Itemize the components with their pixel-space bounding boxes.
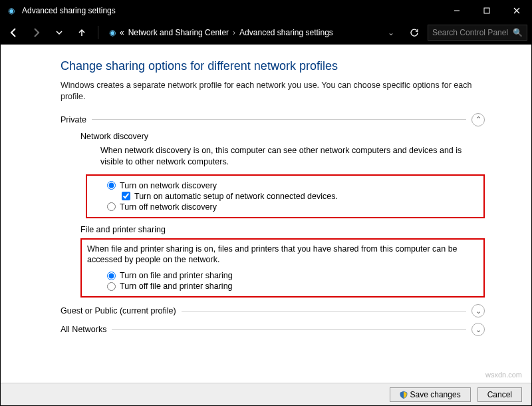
radio-fp-on-label: Turn on file and printer sharing — [120, 271, 233, 280]
radio-nd-on[interactable]: Turn on network discovery — [107, 181, 478, 190]
network-discovery-options: Turn on network discovery Turn on automa… — [86, 174, 485, 218]
section-guest-header[interactable]: Guest or Public (current profile) ⌄ — [61, 304, 485, 317]
radio-fp-off-label: Turn off file and printer sharing — [120, 282, 233, 291]
radio-fp-off[interactable]: Turn off file and printer sharing — [107, 282, 478, 291]
cancel-label: Cancel — [487, 390, 512, 399]
svg-rect-1 — [484, 8, 489, 13]
minimize-button[interactable] — [442, 1, 471, 21]
breadcrumb[interactable]: ◉ « Network and Sharing Center › Advance… — [105, 25, 401, 41]
radio-nd-on-label: Turn on network discovery — [120, 181, 217, 190]
chevron-down-icon[interactable]: ⌄ — [471, 323, 485, 336]
save-changes-label: Save changes — [410, 390, 461, 399]
radio-fp-off-input[interactable] — [107, 282, 116, 291]
bottombar: Save changes Cancel — [1, 383, 531, 405]
breadcrumb-ellipsis[interactable]: « — [120, 28, 124, 37]
search-icon: 🔍 — [513, 28, 523, 37]
chevron-down-icon[interactable]: ⌄ — [471, 304, 485, 317]
checkbox-nd-auto-input[interactable] — [122, 192, 130, 200]
checkbox-nd-auto-label: Turn on automatic setup of network conne… — [134, 192, 338, 201]
app-icon: ◉ — [5, 6, 18, 15]
file-printer-desc: When file and printer sharing is on, fil… — [87, 244, 478, 266]
breadcrumb-advanced-sharing[interactable]: Advanced sharing settings — [239, 28, 333, 37]
control-panel-icon: ◉ — [109, 28, 116, 37]
cancel-button[interactable]: Cancel — [477, 387, 522, 402]
back-button[interactable] — [5, 23, 23, 42]
radio-fp-on[interactable]: Turn on file and printer sharing — [107, 271, 478, 280]
breadcrumb-network-center[interactable]: Network and Sharing Center — [128, 28, 229, 37]
close-button[interactable] — [501, 1, 531, 21]
recent-locations-button[interactable] — [50, 23, 68, 42]
divider — [92, 119, 466, 120]
radio-nd-off-input[interactable] — [107, 202, 116, 211]
radio-fp-on-input[interactable] — [107, 272, 116, 280]
network-discovery-head: Network discovery — [80, 132, 485, 141]
radio-nd-on-input[interactable] — [107, 181, 116, 190]
radio-nd-off-label: Turn off network discovery — [120, 202, 217, 212]
radio-nd-off[interactable]: Turn off network discovery — [107, 202, 478, 212]
divider — [182, 311, 466, 311]
watermark: wsxdn.com — [485, 371, 522, 379]
up-button[interactable] — [72, 23, 91, 42]
titlebar: ◉ Advanced sharing settings — [1, 1, 531, 21]
file-printer-options: When file and printer sharing is on, fil… — [80, 238, 485, 298]
section-all-header[interactable]: All Networks ⌄ — [61, 323, 485, 336]
file-printer-head: File and printer sharing — [80, 225, 485, 234]
breadcrumb-dropdown[interactable]: ⌄ — [385, 28, 397, 37]
search-input[interactable]: Search Control Panel 🔍 — [428, 25, 527, 41]
refresh-button[interactable] — [405, 23, 424, 42]
forward-button[interactable] — [27, 23, 46, 42]
chevron-up-icon[interactable]: ⌃ — [471, 113, 485, 126]
search-placeholder: Search Control Panel — [432, 28, 508, 37]
divider — [112, 329, 466, 330]
checkbox-nd-auto[interactable]: Turn on automatic setup of network conne… — [122, 192, 478, 201]
section-guest-label: Guest or Public (current profile) — [61, 306, 176, 315]
navbar: ◉ « Network and Sharing Center › Advance… — [1, 21, 531, 45]
maximize-button[interactable] — [471, 1, 501, 21]
section-private-header[interactable]: Private ⌃ — [61, 113, 485, 126]
page-description: Windows creates a separate network profi… — [61, 80, 485, 102]
window-title: Advanced sharing settings — [18, 6, 442, 15]
chevron-right-icon: › — [233, 28, 235, 37]
network-discovery-desc: When network discovery is on, this compu… — [100, 145, 485, 168]
section-all-label: All Networks — [61, 325, 106, 334]
section-private-label: Private — [61, 115, 86, 124]
content-area: Change sharing options for different net… — [1, 45, 531, 384]
save-changes-button[interactable]: Save changes — [390, 387, 471, 402]
nav-separator — [98, 26, 98, 39]
page-title: Change sharing options for different net… — [61, 59, 485, 73]
shield-icon — [400, 391, 408, 399]
